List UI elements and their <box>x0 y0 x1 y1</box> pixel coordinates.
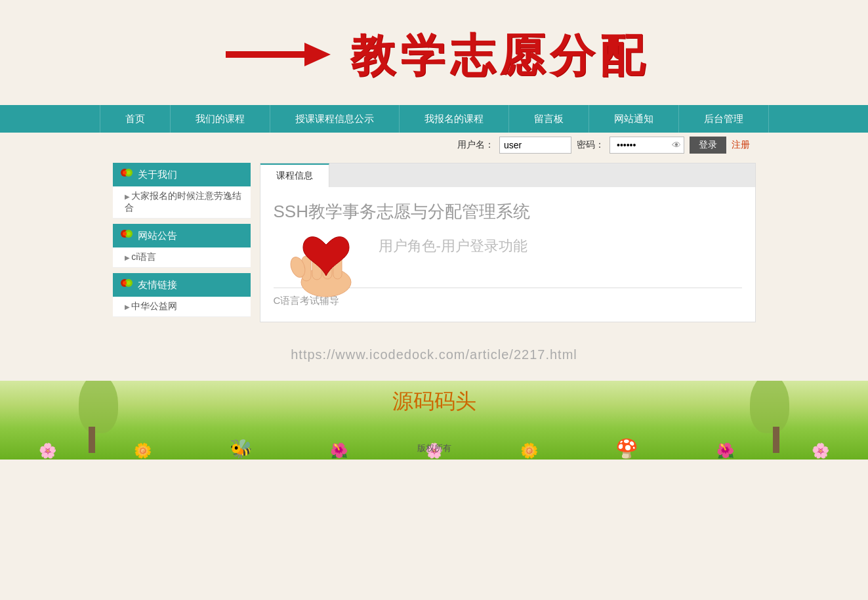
sidebar-announcements-item-0[interactable]: ci语言 <box>113 247 251 268</box>
main-content: 关于我们 大家报名的时候注意劳逸结合 网站公告 ci语言 <box>113 158 756 335</box>
show-password-icon[interactable]: 👁 <box>672 140 681 150</box>
login-button[interactable]: 登录 <box>690 137 726 154</box>
svg-point-5 <box>127 171 131 175</box>
login-bar: 用户名： 密码： 👁 登录 注册 <box>0 133 868 158</box>
svg-point-8 <box>123 232 127 236</box>
footer-title: 源码码头 <box>0 381 868 416</box>
nav-items: 首页 我们的课程 授课课程信息公示 我报名的课程 留言板 网站通知 后台管理 <box>100 105 769 133</box>
nav-course-info[interactable]: 授课课程信息公示 <box>270 105 400 133</box>
footer-copyright: 版权所有 <box>0 442 868 454</box>
content-subtitle: 用户角色-用户登录功能 <box>379 236 742 256</box>
navbar: 首页 我们的课程 授课课程信息公示 我报名的课程 留言板 网站通知 后台管理 <box>0 105 868 133</box>
sidebar-announcements-title: 网站公告 <box>138 230 177 242</box>
register-link[interactable]: 注册 <box>732 139 750 151</box>
svg-point-12 <box>123 281 127 285</box>
sidebar-friends-item-0[interactable]: 中华公益网 <box>113 297 251 317</box>
url-bar: https://www.icodedock.com/article/2217.h… <box>0 335 868 374</box>
footer: 源码码头 🌸 🌼 🐝 🌺 🌸 🌼 🍄 🌺 🌸 版权所有 <box>0 381 868 460</box>
nav-message-board[interactable]: 留言板 <box>509 105 589 133</box>
sidebar-about-item-0[interactable]: 大家报名的时候注意劳逸结合 <box>113 186 251 219</box>
sidebar-section-announcements: 网站公告 ci语言 <box>113 224 251 268</box>
svg-point-13 <box>127 281 131 285</box>
nav-my-courses[interactable]: 我报名的课程 <box>400 105 509 133</box>
nav-courses[interactable]: 我们的课程 <box>171 105 270 133</box>
content-area: 课程信息 SSH教学事务志愿与分配管理系统 <box>260 163 756 322</box>
header: 教学志愿分配 <box>0 0 868 105</box>
sidebar-about-header: 关于我们 <box>113 163 251 186</box>
sidebar-announcements-header: 网站公告 <box>113 224 251 247</box>
sidebar-about-title: 关于我们 <box>138 169 177 181</box>
nav-admin[interactable]: 后台管理 <box>679 105 769 133</box>
content-body: SSH教学事务志愿与分配管理系统 <box>260 187 755 320</box>
svg-point-4 <box>123 171 127 175</box>
username-input[interactable] <box>499 137 571 154</box>
sidebar-about-icon <box>119 167 134 182</box>
sidebar-section-friends: 友情链接 中华公益网 <box>113 273 251 317</box>
username-label: 用户名： <box>457 139 494 151</box>
sidebar-announcements-icon <box>119 228 134 243</box>
sidebar-section-about: 关于我们 大家报名的时候注意劳逸结合 <box>113 163 251 219</box>
sidebar-friends-header: 友情链接 <box>113 273 251 297</box>
content-tab-bar: 课程信息 <box>260 163 755 187</box>
nav-notifications[interactable]: 网站通知 <box>589 105 679 133</box>
password-input[interactable] <box>613 138 672 152</box>
password-label: 密码： <box>577 139 604 151</box>
sidebar: 关于我们 大家报名的时候注意劳逸结合 网站公告 ci语言 <box>113 163 251 322</box>
nav-home[interactable]: 首页 <box>100 105 171 133</box>
tab-course-info[interactable]: 课程信息 <box>260 163 329 187</box>
arrow-icon <box>219 35 337 77</box>
svg-point-9 <box>127 232 131 236</box>
page-title: 教学志愿分配 <box>350 26 650 86</box>
heart-hand-illustration <box>280 220 372 299</box>
sidebar-friends-title: 友情链接 <box>138 279 177 291</box>
svg-marker-1 <box>304 43 331 66</box>
sidebar-friends-icon <box>119 278 134 292</box>
